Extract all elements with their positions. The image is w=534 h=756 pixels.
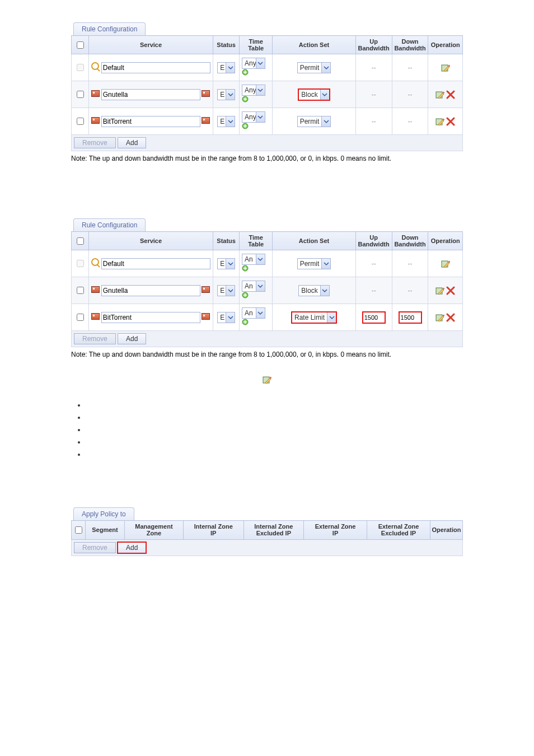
action-set-select[interactable]: Block: [299, 91, 320, 99]
delete-icon[interactable]: [446, 90, 455, 98]
status-select[interactable]: E: [218, 91, 226, 99]
select-all-checkbox[interactable]: [77, 41, 84, 49]
plus-icon[interactable]: [242, 96, 249, 102]
status-select[interactable]: E: [218, 64, 226, 72]
col-down-bw: Down Bandwidth: [392, 232, 428, 250]
chevron-down-icon[interactable]: [256, 308, 265, 318]
row-checkbox[interactable]: [77, 314, 84, 321]
apply-policy-panel: Apply Policy to Segment Management Zone …: [71, 507, 463, 556]
select-all-checkbox[interactable]: [77, 237, 84, 245]
time-table-select[interactable]: Any: [242, 113, 256, 121]
edit-icon[interactable]: [435, 286, 444, 294]
chevron-down-icon[interactable]: [256, 58, 265, 68]
chevron-down-icon[interactable]: [327, 312, 336, 323]
plus-icon[interactable]: [242, 292, 249, 298]
col-action-set: Action Set: [273, 36, 355, 54]
edit-icon[interactable]: [441, 259, 450, 267]
action-set-select[interactable]: Rate Limit: [292, 314, 327, 321]
category-icon: [91, 313, 100, 322]
status-select[interactable]: E: [218, 260, 226, 268]
plus-icon[interactable]: [242, 319, 249, 325]
bandwidth-input[interactable]: [399, 312, 421, 323]
col-operation: Operation: [430, 521, 463, 539]
category-icon[interactable]: [202, 286, 210, 295]
col-service: Service: [88, 232, 213, 250]
edit-icon[interactable]: [435, 117, 444, 125]
time-table-select[interactable]: An: [242, 309, 256, 317]
chevron-down-icon[interactable]: [321, 63, 330, 73]
chevron-down-icon[interactable]: [321, 259, 330, 269]
list-item: [86, 401, 463, 413]
chevron-down-icon[interactable]: [256, 85, 265, 95]
time-table-select[interactable]: Any: [242, 59, 256, 67]
time-table-select[interactable]: An: [242, 255, 256, 263]
chevron-down-icon[interactable]: [256, 112, 265, 122]
service-input[interactable]: [101, 89, 201, 100]
delete-icon[interactable]: [446, 117, 455, 125]
apply-policy-tab[interactable]: Apply Policy to: [73, 507, 134, 520]
remove-button[interactable]: Remove: [74, 137, 116, 148]
remove-button[interactable]: Remove: [74, 333, 116, 344]
edit-icon[interactable]: [435, 90, 444, 98]
add-button[interactable]: Add: [118, 542, 146, 553]
bullet-list: [71, 401, 463, 463]
list-item: [86, 426, 463, 438]
search-icon: [91, 63, 100, 72]
bandwidth-value: --: [408, 287, 413, 295]
bandwidth-value: --: [408, 260, 413, 268]
chevron-down-icon[interactable]: [256, 254, 265, 264]
chevron-down-icon[interactable]: [226, 286, 235, 296]
chevron-down-icon[interactable]: [256, 281, 265, 291]
category-icon[interactable]: [202, 90, 210, 99]
row-checkbox[interactable]: [77, 91, 84, 98]
service-input[interactable]: [101, 312, 201, 323]
time-table-select[interactable]: An: [242, 282, 256, 290]
col-operation: Operation: [428, 36, 463, 54]
service-input[interactable]: [101, 258, 211, 269]
chevron-down-icon[interactable]: [226, 116, 235, 127]
select-all-checkbox[interactable]: [75, 526, 82, 534]
chevron-down-icon[interactable]: [226, 90, 235, 100]
chevron-down-icon[interactable]: [226, 63, 235, 73]
bandwidth-input[interactable]: [363, 312, 385, 323]
col-time-table: Time Table: [239, 36, 272, 54]
edit-icon[interactable]: [435, 313, 444, 321]
chevron-down-icon[interactable]: [320, 286, 329, 296]
status-select[interactable]: E: [218, 287, 226, 295]
row-checkbox[interactable]: [77, 260, 84, 267]
chevron-down-icon[interactable]: [226, 312, 235, 323]
rule-config-tab[interactable]: Rule Configuration: [73, 218, 146, 231]
chevron-down-icon[interactable]: [320, 90, 329, 100]
action-set-select[interactable]: Permit: [298, 118, 322, 125]
plus-icon[interactable]: [242, 123, 249, 129]
row-checkbox[interactable]: [77, 118, 84, 125]
category-icon[interactable]: [202, 117, 210, 126]
row-checkbox[interactable]: [77, 287, 84, 294]
service-input[interactable]: [101, 62, 211, 73]
add-button[interactable]: Add: [118, 137, 146, 148]
time-table-select[interactable]: Any: [242, 86, 256, 94]
status-select[interactable]: E: [218, 118, 226, 125]
apply-policy-table: Segment Management Zone Internal Zone IP…: [71, 520, 463, 556]
rule-config-tab[interactable]: Rule Configuration: [73, 22, 146, 35]
row-checkbox[interactable]: [77, 64, 84, 71]
add-button[interactable]: Add: [118, 333, 146, 344]
chevron-down-icon[interactable]: [226, 259, 235, 269]
action-set-select[interactable]: Permit: [298, 260, 322, 268]
status-select[interactable]: E: [218, 314, 226, 321]
chevron-down-icon[interactable]: [321, 116, 330, 127]
category-icon[interactable]: [202, 313, 210, 322]
table-row: EAnyBlock----: [72, 81, 463, 108]
delete-icon[interactable]: [446, 286, 455, 294]
service-input[interactable]: [101, 116, 201, 127]
service-input[interactable]: [101, 285, 201, 296]
list-item: [86, 438, 463, 450]
plus-icon[interactable]: [242, 69, 249, 76]
action-set-select[interactable]: Permit: [298, 64, 322, 72]
bandwidth-value: --: [372, 64, 376, 72]
edit-icon[interactable]: [441, 63, 450, 71]
action-set-select[interactable]: Block: [299, 287, 320, 295]
plus-icon[interactable]: [242, 265, 249, 272]
delete-icon[interactable]: [446, 313, 455, 321]
remove-button[interactable]: Remove: [74, 542, 116, 553]
